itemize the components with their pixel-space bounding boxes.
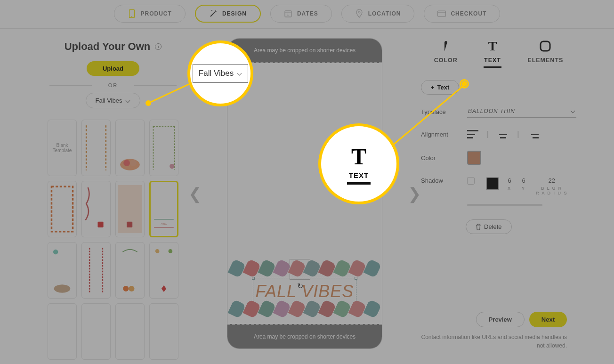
svg-text:T: T [488, 40, 497, 52]
foliage-decoration [229, 261, 380, 278]
step-label: DESIGN [222, 10, 247, 17]
shadow-color-swatch[interactable] [486, 177, 499, 190]
template-thumb[interactable] [149, 242, 178, 299]
step-design[interactable]: DESIGN [195, 5, 261, 23]
step-nav: PRODUCT DESIGN 1 DATES LOCATION CHECKOUT [0, 0, 614, 29]
footer-note: Contact information like URLs and social… [421, 333, 567, 350]
svg-point-22 [129, 286, 134, 291]
delete-button[interactable]: Delete [466, 219, 512, 234]
alignment-label: Alignment [421, 131, 467, 138]
step-dates[interactable]: 1 DATES [270, 5, 332, 23]
step-label: DATES [297, 10, 318, 17]
or-divider: OR [42, 82, 184, 88]
svg-rect-15 [127, 222, 132, 227]
magic-icon [209, 9, 218, 18]
svg-rect-6 [438, 11, 446, 16]
preview-button[interactable]: Preview [476, 312, 525, 327]
step-label: LOCATION [368, 10, 401, 17]
svg-rect-26 [541, 41, 550, 51]
template-thumb[interactable] [81, 120, 111, 176]
step-label: CHECKOUT [451, 10, 486, 17]
step-checkout[interactable]: CHECKOUT [424, 5, 500, 23]
shadow-blur-value: 22 [536, 177, 568, 184]
tab-elements[interactable]: ELEMENTS [527, 39, 563, 68]
card-icon [437, 9, 446, 18]
chevron-down-icon [237, 71, 242, 76]
crop-warning-top: Area may be cropped on shorter devices [227, 39, 382, 63]
shadow-slider[interactable] [467, 204, 542, 206]
next-template-button[interactable]: ❯ [408, 184, 421, 203]
callout-theme-dropdown: Fall Vibes [187, 40, 253, 106]
text-icon: T [351, 144, 366, 170]
svg-point-23 [155, 249, 160, 253]
theme-dropdown[interactable]: Fall Vibes [86, 93, 141, 108]
template-thumb[interactable] [81, 242, 111, 299]
svg-point-5 [358, 11, 360, 13]
svg-point-10 [130, 160, 137, 166]
template-thumb[interactable] [115, 303, 145, 360]
crop-warning-bottom: Area may be cropped on shorter devices [227, 324, 382, 348]
prev-template-button[interactable]: ❮ [188, 184, 202, 203]
svg-point-8 [120, 159, 140, 170]
template-thumb[interactable] [149, 120, 178, 176]
template-thumb[interactable] [48, 242, 77, 299]
align-right-button[interactable] [527, 130, 539, 138]
info-icon[interactable]: i [155, 43, 162, 50]
chevron-down-icon [571, 109, 575, 113]
align-center-button[interactable] [497, 130, 509, 138]
chevron-down-icon [126, 98, 130, 103]
shadow-checkbox[interactable] [467, 177, 475, 185]
svg-point-19 [53, 250, 58, 254]
theme-label: Fall Vibes [96, 97, 122, 104]
svg-point-20 [54, 284, 71, 292]
callout-anchor-dot [461, 81, 467, 87]
plus-icon: + [431, 84, 435, 91]
pencil-icon [434, 39, 458, 53]
svg-rect-13 [97, 222, 103, 227]
callout-text-tab: T TEXT [318, 123, 399, 204]
step-product[interactable]: PRODUCT [114, 5, 186, 23]
next-button[interactable]: Next [529, 312, 567, 327]
tab-color[interactable]: COLOR [434, 39, 458, 68]
shadow-label: Shadow [421, 177, 467, 184]
color-swatch[interactable] [467, 151, 481, 165]
svg-point-11 [170, 164, 174, 169]
shadow-y-value: 6 [522, 177, 525, 184]
typeface-dropdown[interactable]: BALLOON THIN [467, 106, 576, 118]
calendar-icon: 1 [284, 9, 292, 18]
template-grid: Blank Template FALL [45, 120, 181, 360]
template-thumb[interactable] [81, 303, 111, 360]
template-blank[interactable]: Blank Template [48, 120, 77, 176]
template-thumb[interactable] [48, 303, 77, 360]
foliage-decoration [229, 301, 380, 318]
upload-button[interactable]: Upload [87, 61, 139, 76]
text-icon: T [484, 39, 501, 53]
color-label: Color [421, 154, 467, 162]
upload-title: Upload Your Own [65, 40, 151, 53]
template-thumb[interactable] [81, 181, 111, 237]
align-left-button[interactable] [467, 130, 478, 138]
svg-text:1: 1 [287, 13, 289, 16]
svg-point-21 [123, 286, 129, 291]
phone-icon [128, 9, 136, 18]
template-thumb[interactable] [115, 120, 145, 176]
step-label: PRODUCT [141, 10, 172, 17]
template-thumb[interactable] [115, 181, 145, 237]
pin-icon [355, 9, 364, 18]
shadow-x-value: 6 [508, 177, 511, 184]
tab-text[interactable]: T TEXT [484, 39, 501, 68]
svg-text:FALL: FALL [161, 222, 167, 225]
svg-point-24 [169, 249, 173, 253]
svg-point-9 [123, 160, 130, 166]
shape-icon [527, 39, 563, 53]
svg-rect-12 [51, 186, 73, 231]
template-thumb[interactable] [115, 242, 145, 299]
template-thumb[interactable] [149, 303, 178, 360]
trash-icon [476, 224, 481, 230]
step-location[interactable]: LOCATION [341, 5, 415, 23]
svg-point-1 [131, 16, 132, 17]
template-thumb[interactable] [48, 181, 77, 237]
template-thumb-selected[interactable]: FALL [149, 181, 178, 237]
